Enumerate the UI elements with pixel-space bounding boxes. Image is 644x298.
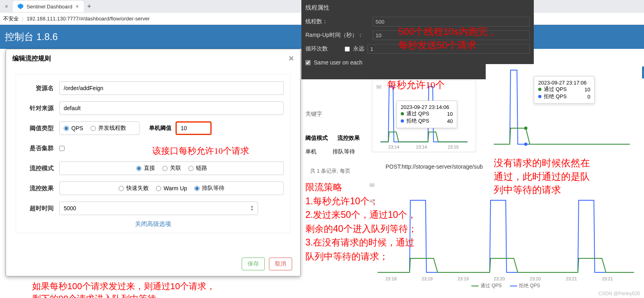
separator: |: [22, 16, 23, 22]
shield-icon: [18, 4, 23, 9]
label-effect: 流控效果: [22, 185, 59, 192]
label-resource: 资源名: [22, 85, 59, 92]
label-mode: 流控模式: [22, 165, 59, 172]
svg-text:23:21: 23:21: [602, 276, 613, 281]
annotation: 如果每秒100个请求发过来，则通过10个请求， 剩下的90个请求进入队列中等待: [32, 280, 215, 298]
watermark: CSDN @Perley620: [598, 291, 640, 296]
label-forever: 永远: [353, 45, 364, 52]
radio-concurrent[interactable]: 并发线程数: [91, 125, 126, 132]
chart-tooltip: 2023-09-27 23:14:06 通过 QPS10 拒绝 QPS40: [396, 101, 457, 128]
svg-text:50: 50: [369, 183, 374, 187]
threads-input[interactable]: [373, 17, 530, 26]
label-threshold-type: 阈值类型: [22, 125, 59, 132]
chart-tooltip: 2023-09-27 23:17:06 通过 QPS10 拒绝 QPS0: [534, 76, 595, 104]
cluster-checkbox[interactable]: [59, 146, 65, 151]
keyword-label: 关键字: [305, 111, 322, 118]
tab-active[interactable]: Sentinel Dashboard ×: [13, 1, 83, 12]
forever-checkbox[interactable]: [345, 46, 350, 52]
label-same-user: Same user on each: [314, 59, 362, 66]
radio-qps[interactable]: QPS: [64, 125, 83, 131]
radio-direct[interactable]: 直接: [136, 165, 155, 172]
same-user-checkbox[interactable]: [305, 60, 311, 65]
rampup-input[interactable]: [373, 30, 530, 40]
svg-text:23:15: 23:15: [448, 145, 458, 149]
svg-text:23:19: 23:19: [458, 276, 469, 281]
label-timeout: 超时时间: [22, 205, 59, 212]
radio-failfast[interactable]: 快速失败: [119, 185, 149, 192]
timeout-input[interactable]: 5000 ▲▼: [59, 201, 258, 215]
loop-input[interactable]: [367, 44, 530, 54]
svg-text:23:20: 23:20: [530, 276, 541, 281]
security-label: 不安全: [3, 15, 19, 22]
radio-queue[interactable]: 排队等待: [194, 185, 224, 192]
label-single-threshold: 单机阈值: [143, 125, 172, 132]
radio-warmup[interactable]: Warm Up: [156, 185, 187, 191]
edit-flow-rule-dialog: 编辑流控规则 × 资源名 针对来源 阈值类型 QPS 并发线程数 单机阈值: [6, 49, 301, 276]
resource-input[interactable]: [59, 81, 284, 95]
big-chart: 50 40 23:18 23:19 23:19 23:20 23:20 23:2…: [369, 176, 642, 288]
dialog-title: 编辑流控规则: [12, 54, 51, 63]
chart-title-url: POST:http://storage-server/storage/sub: [386, 163, 483, 170]
dialog-header: 编辑流控规则 ×: [6, 49, 300, 68]
mini-chart-2: 2023-09-27 23:17:06 通过 QPS10 拒绝 QPS0: [486, 64, 642, 155]
radio-chain[interactable]: 链路: [188, 165, 207, 172]
tab-title: Sentinel Dashboard: [26, 4, 72, 10]
svg-text:23:21: 23:21: [566, 276, 577, 281]
svg-text:23:20: 23:20: [494, 276, 505, 281]
svg-text:23:19: 23:19: [422, 276, 433, 281]
chart-legend: 通过 QPS 拒绝 QPS: [471, 282, 540, 289]
label-rampup: Ramp-Up时间（秒）：: [305, 32, 369, 39]
label-cluster: 是否集群: [22, 145, 59, 152]
close-icon[interactable]: ×: [75, 3, 79, 10]
toggle-advanced-link[interactable]: 关闭高级选项: [22, 220, 284, 228]
svg-text:50: 50: [376, 85, 381, 89]
table-header: 阈值模式流控效果: [305, 135, 369, 142]
chart-area: 关键字 阈值模式流控效果 单机排队等待 共 1 条记录, 每页 50 23:14…: [305, 80, 644, 298]
tab-prev[interactable]: ×: [0, 1, 13, 12]
source-input[interactable]: [59, 101, 284, 115]
label-source: 针对来源: [22, 105, 59, 112]
close-icon[interactable]: ×: [289, 53, 294, 64]
table-row: 单机排队等待: [305, 148, 369, 155]
pagination-text: 共 1 条记录, 每页: [310, 167, 350, 175]
radio-relate[interactable]: 关联: [162, 165, 181, 172]
svg-text:23:18: 23:18: [386, 276, 397, 281]
spinner-icon[interactable]: ▲▼: [250, 205, 254, 211]
svg-text:40: 40: [369, 199, 374, 203]
svg-text:23:14: 23:14: [388, 145, 399, 149]
cancel-button[interactable]: 取消: [269, 258, 292, 270]
new-tab-button[interactable]: +: [84, 2, 95, 11]
close-icon[interactable]: ×: [5, 3, 8, 10]
url-text[interactable]: 192.168.111.130:7777/#/dashboard/flow/or…: [26, 16, 149, 22]
svg-point-4: [524, 127, 527, 130]
label-threads: 线程数：: [305, 18, 369, 25]
svg-text:23:14: 23:14: [416, 145, 427, 149]
save-button[interactable]: 保存: [242, 258, 265, 270]
threshold-input[interactable]: [176, 121, 212, 135]
mini-chart-1: 50 23:14 23:14 23:15 2023-09-27 23:14:06…: [372, 80, 476, 152]
jmeter-section-title: 线程属性: [305, 4, 530, 12]
label-loop: 循环次数: [305, 45, 341, 52]
console-title: 控制台 1.8.6: [5, 30, 58, 43]
svg-point-5: [524, 143, 527, 146]
